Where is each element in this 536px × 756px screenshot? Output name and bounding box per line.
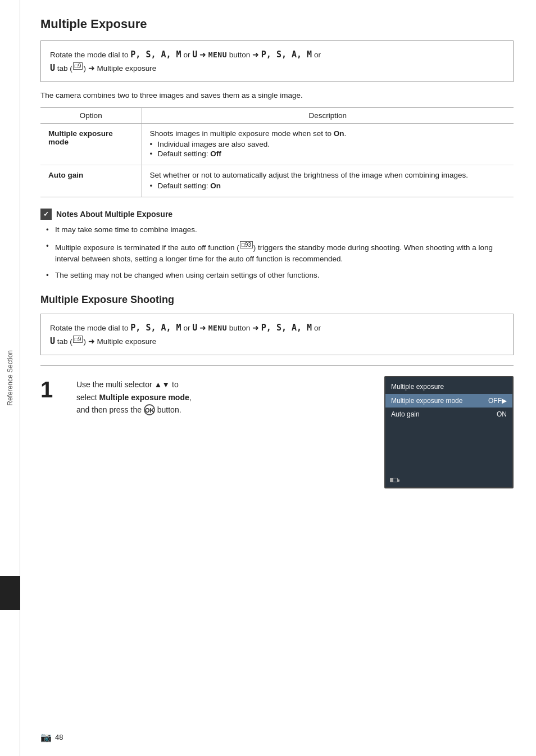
instruction-box-2: Rotate the mode dial to P, S, A, M or U …: [40, 314, 514, 355]
camera-menu-item-2: Auto gain ON: [385, 408, 512, 421]
bullet-list-2: Default setting: On: [150, 182, 506, 190]
table-cell-desc-1: Shoots images in multiple exposure mode …: [142, 124, 514, 165]
to-text: to: [172, 380, 179, 389]
main-content: Multiple Exposure Rotate the mode dial t…: [20, 0, 536, 756]
bold-off: Off: [210, 150, 221, 158]
mode-letters-4: P, S, A, M: [261, 323, 312, 333]
close-paren-2: ) ➜: [83, 337, 97, 346]
or-4: or: [312, 324, 321, 332]
camera-menu-item-1: Multiple exposure mode OFF▶: [385, 394, 512, 408]
intro-text: The camera combines two to three images …: [40, 91, 514, 99]
page-ref-1: □9: [73, 62, 83, 70]
instruction-prefix: Rotate the mode dial to: [50, 51, 130, 59]
sidebar: Reference Section: [0, 0, 20, 756]
list-item: Multiple exposure is terminated if the a…: [46, 241, 514, 265]
table-cell-option-1: Multiple exposure mode: [40, 124, 142, 165]
step-text-1: Use the multi selector ▲▼ to select Mult…: [76, 376, 371, 488]
page-ref-2: □9: [73, 336, 83, 343]
tab-text-2: tab (: [55, 337, 72, 346]
mode-letters-1: P, S, A, M: [130, 49, 181, 60]
arrow-1: ➜: [197, 51, 208, 59]
bold-on-2: On: [210, 182, 221, 190]
arrow-3: ➜: [197, 324, 208, 332]
instruction-box-1: Rotate the mode dial to P, S, A, M or U …: [40, 40, 514, 82]
page-footer: 📷 48: [40, 732, 63, 743]
table-cell-desc-2: Set whether or not to automatically adju…: [142, 165, 514, 197]
list-item: It may take some time to combine images.: [46, 224, 514, 236]
menu-item-2: Multiple exposure: [97, 337, 156, 346]
u-letter-3: U: [192, 323, 197, 333]
battery-icon: [390, 478, 398, 482]
step-1-container: 1 Use the multi selector ▲▼ to select Mu…: [40, 376, 514, 488]
page-title: Multiple Exposure: [40, 17, 514, 31]
button-text-1: button ➜: [227, 51, 261, 59]
u-letter-4: U: [50, 336, 55, 346]
instruction-prefix-2: Rotate the mode dial to: [50, 324, 130, 332]
tab-text-1: tab (: [55, 64, 72, 73]
table-row: Multiple exposure mode Shoots images in …: [40, 124, 514, 165]
list-item: The setting may not be changed when usin…: [46, 270, 514, 282]
camera-item-value-2: ON: [497, 410, 507, 418]
or-3: or: [181, 324, 193, 332]
table-header-option: Option: [40, 108, 142, 124]
camera-item-value-1: OFF▶: [488, 397, 507, 405]
battery-fill: [390, 478, 393, 482]
step-number-1: 1: [40, 378, 63, 488]
list-item: Default setting: On: [150, 182, 506, 190]
button-text-2: button ➜: [227, 324, 261, 332]
camera-screen-bottom: [390, 475, 398, 484]
selector-symbol: ▲▼: [155, 380, 170, 389]
menu-item-1: Multiple exposure: [97, 64, 156, 73]
table-row: Auto gain Set whether or not to automati…: [40, 165, 514, 197]
list-item: Individual images are also saved.: [150, 140, 506, 148]
menu-label-1: MENU: [208, 51, 227, 59]
mode-letters-3: P, S, A, M: [130, 323, 181, 333]
bold-on: On: [334, 129, 344, 138]
or-2: or: [312, 51, 321, 59]
footer-page-number: 48: [55, 733, 63, 741]
or-1: or: [181, 51, 193, 59]
options-table: Option Description Multiple exposure mod…: [40, 107, 514, 197]
notes-header-text: Notes About Multiple Exposure: [56, 210, 172, 219]
check-icon: ✓: [40, 209, 52, 220]
u-letter-2: U: [50, 63, 55, 73]
notes-list: It may take some time to combine images.…: [40, 224, 514, 282]
camera-item-label-1: Multiple exposure mode: [391, 397, 462, 405]
ok-button-symbol: OK: [144, 404, 155, 415]
list-item: Default setting: Off: [150, 150, 506, 158]
footer-camera-icon: 📷: [40, 732, 52, 743]
u-letter-1: U: [192, 49, 197, 60]
camera-item-label-2: Auto gain: [391, 410, 420, 418]
table-header-description: Description: [142, 108, 514, 124]
divider: [40, 365, 514, 366]
notes-section: ✓ Notes About Multiple Exposure It may t…: [40, 209, 514, 282]
notes-header: ✓ Notes About Multiple Exposure: [40, 209, 514, 220]
mode-letters-2: P, S, A, M: [261, 49, 312, 60]
menu-label-2: MENU: [208, 324, 227, 332]
shooting-section-heading: Multiple Exposure Shooting: [40, 294, 514, 306]
page-number: 48: [55, 733, 63, 741]
table-cell-option-2: Auto gain: [40, 165, 142, 197]
bold-mode-text: Multiple exposure mode: [99, 393, 189, 402]
sidebar-black-box: [0, 576, 20, 610]
close-paren-1: ) ➜: [83, 64, 97, 73]
sidebar-label: Reference Section: [6, 350, 14, 406]
bullet-list-1: Individual images are also saved. Defaul…: [150, 140, 506, 158]
camera-screen: Multiple exposure Multiple exposure mode…: [384, 376, 514, 488]
page-ref-note: □93: [240, 241, 253, 248]
camera-screen-title: Multiple exposure: [385, 382, 512, 394]
